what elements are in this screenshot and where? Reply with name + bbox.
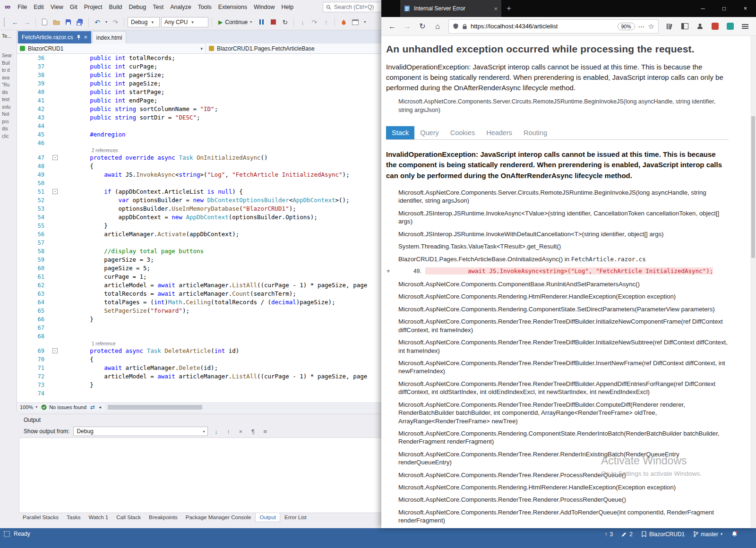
clear-all-icon[interactable]: ×	[236, 427, 245, 436]
solution-platform-dropdown[interactable]: Any CPU ▾	[161, 17, 208, 27]
solution-configuration-dropdown[interactable]: Debug ▾	[128, 17, 160, 27]
git-branch-picker[interactable]: master ▾	[693, 531, 722, 538]
page-scrollbar[interactable]	[750, 36, 756, 528]
restart-icon[interactable]: ↻	[280, 17, 290, 27]
navigate-back-icon[interactable]: ←	[10, 17, 20, 27]
menu-debug[interactable]: Debug	[125, 2, 149, 12]
git-pending-changes[interactable]: 2	[621, 531, 633, 538]
toolbar-overflow-caret[interactable]: ▾	[362, 17, 368, 27]
lock-icon[interactable]	[462, 23, 467, 30]
menu-build[interactable]: Build	[106, 2, 126, 12]
error-tab-stack[interactable]: Stack	[386, 126, 414, 139]
git-repository-picker[interactable]: BlazorCRUD1	[641, 531, 685, 538]
test-explorer-collapsed-panel[interactable]: Te... SearBuilto dava"RudistestsoluNotpr…	[0, 30, 17, 411]
expand-frame-button[interactable]: +	[387, 267, 390, 274]
extension-icon-2[interactable]	[723, 19, 737, 34]
pause-icon[interactable]	[256, 17, 266, 27]
minimize-button[interactable]: ─	[692, 0, 713, 17]
tab-close-icon[interactable]: ×	[494, 5, 498, 12]
reload-button[interactable]: ↻	[415, 19, 430, 34]
background-tasks-icon[interactable]	[4, 531, 10, 537]
error-tab-headers[interactable]: Headers	[481, 126, 518, 139]
back-button[interactable]: ←	[385, 19, 399, 34]
project-dropdown[interactable]: BlazorCRUD1 ▾	[17, 43, 206, 53]
menu-edit[interactable]: Edit	[30, 2, 47, 12]
output-source-dropdown[interactable]: Debug ▾	[73, 427, 208, 436]
tab-fetcharticle-razor-cs[interactable]: FetchArticle.razor.cs ×	[18, 31, 91, 43]
compare-arrows-icon[interactable]: ⇄	[90, 404, 95, 411]
step-out-icon[interactable]: ↑	[321, 17, 331, 27]
issues-indicator[interactable]: No issues found	[41, 404, 86, 410]
account-icon[interactable]	[693, 19, 707, 34]
menu-view[interactable]: View	[47, 2, 67, 12]
panel-tab-package-manager-console[interactable]: Package Manager Console	[182, 513, 255, 522]
git-unpushed-commits[interactable]: ↑ 3	[605, 531, 613, 538]
fold-toggle[interactable]: -	[50, 347, 61, 355]
hot-reload-icon[interactable]	[338, 17, 349, 27]
tracking-shield-icon[interactable]	[453, 23, 459, 30]
step-over-icon[interactable]: ↷	[309, 17, 319, 27]
word-wrap-icon[interactable]: ¶	[249, 427, 257, 436]
editor-zoom-dropdown[interactable]: 100% ▾	[20, 404, 37, 410]
home-button[interactable]: ⌂	[430, 19, 445, 34]
sidebars-icon[interactable]	[678, 19, 692, 34]
url-bar[interactable]: https://localhost:44346/articlelist 90% …	[448, 19, 659, 34]
toggle-output-icon[interactable]: ≡	[261, 427, 269, 436]
url-text[interactable]: https://localhost:44346/articlelist	[471, 23, 614, 30]
tab-index-html[interactable]: index.html	[92, 31, 127, 43]
menu-tools[interactable]: Tools	[195, 2, 215, 12]
save-icon[interactable]	[63, 17, 73, 27]
goto-previous-message-icon[interactable]: ↓	[212, 427, 220, 436]
panel-tab-parallel-stacks[interactable]: Parallel Stacks	[19, 513, 62, 522]
scrollbar-thumb[interactable]	[108, 405, 202, 410]
menu-project[interactable]: Project	[81, 2, 106, 12]
goto-next-message-icon[interactable]: ↑	[224, 427, 232, 436]
new-file-icon[interactable]	[39, 17, 50, 27]
menu-window[interactable]: Window	[250, 2, 278, 12]
new-tab-button[interactable]: +	[501, 0, 516, 17]
stop-debug-icon[interactable]	[268, 17, 278, 27]
zoom-level-badge[interactable]: 90%	[618, 23, 635, 30]
close-button[interactable]: ×	[735, 0, 756, 17]
fold-toggle[interactable]: -	[50, 154, 61, 162]
error-tab-routing[interactable]: Routing	[518, 126, 553, 139]
save-all-icon[interactable]	[75, 17, 85, 27]
library-icon[interactable]	[662, 19, 677, 34]
menu-test[interactable]: Test	[149, 2, 167, 12]
browser-tab[interactable]: Internal Server Error ×	[400, 0, 501, 17]
panel-tab-tasks[interactable]: Tasks	[63, 513, 84, 522]
continue-debug-button[interactable]: ▶ Continue ▾	[215, 17, 255, 28]
menu-file[interactable]: File	[14, 2, 30, 12]
error-tab-cookies[interactable]: Cookies	[445, 126, 481, 139]
panel-tab-output[interactable]: Output	[255, 513, 280, 522]
notifications-bell-icon[interactable]	[731, 531, 738, 538]
error-tab-query[interactable]: Query	[414, 126, 445, 139]
panel-tab-call-stack[interactable]: Call Stack	[112, 513, 145, 522]
application-window-icon[interactable]	[350, 17, 361, 27]
menu-analyze[interactable]: Analyze	[167, 2, 194, 12]
open-file-icon[interactable]	[51, 17, 61, 27]
maximize-button[interactable]: □	[713, 0, 735, 17]
close-tab-icon[interactable]: ×	[84, 34, 87, 40]
scrollbar-thumb[interactable]	[751, 116, 755, 258]
fold-toggle[interactable]: -	[50, 188, 61, 196]
forward-button[interactable]: →	[400, 19, 414, 34]
panel-tab-breakpoints[interactable]: Breakpoints	[145, 513, 181, 522]
bookmark-star-icon[interactable]: ☆	[648, 22, 654, 31]
scroll-left-icon[interactable]: ◂	[99, 404, 101, 410]
undo-icon[interactable]: ↶	[92, 17, 103, 27]
undo-dropdown-caret[interactable]: ▾	[104, 17, 109, 27]
panel-tab-error-list[interactable]: Error List	[281, 513, 310, 522]
step-into-icon[interactable]: ↓	[297, 17, 308, 27]
redo-icon[interactable]: ↷	[110, 17, 120, 27]
toolbar-grip[interactable]	[4, 18, 6, 26]
menu-extensions[interactable]: Extensions	[215, 2, 250, 12]
menu-hamburger-icon[interactable]	[738, 19, 752, 34]
navigate-forward-icon[interactable]: →	[22, 17, 32, 27]
page-actions-icon[interactable]: ⋯	[638, 23, 645, 30]
pin-icon[interactable]	[77, 34, 81, 40]
menu-help[interactable]: Help	[278, 2, 297, 12]
panel-tab-watch-1[interactable]: Watch 1	[85, 513, 112, 522]
menu-git[interactable]: Git	[67, 2, 81, 12]
extension-icon-1[interactable]	[708, 19, 722, 34]
